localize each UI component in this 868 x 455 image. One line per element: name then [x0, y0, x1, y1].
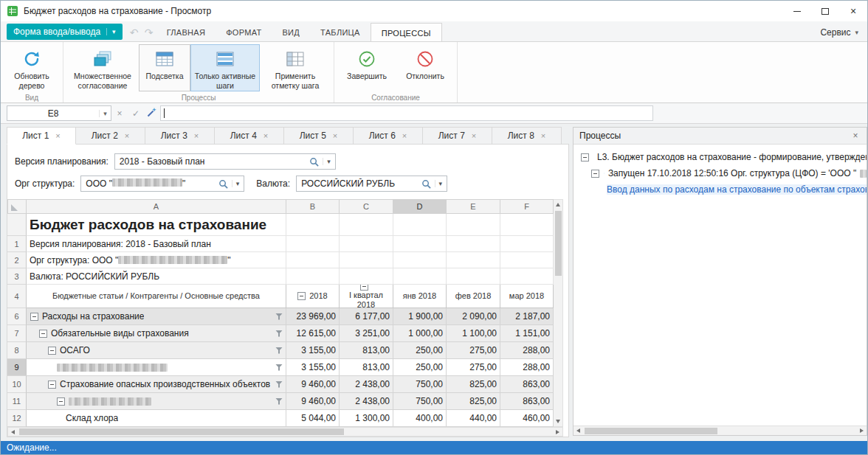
cell[interactable]: 863,00 [500, 393, 554, 410]
sheet-tab-8[interactable]: Лист 8× [492, 127, 562, 145]
cell[interactable]: 750,00 [393, 376, 447, 393]
row-header[interactable]: 12 [7, 410, 27, 427]
scroll-right-icon[interactable] [553, 427, 562, 437]
select-all-corner[interactable] [7, 199, 27, 214]
collapse-icon[interactable] [297, 292, 306, 300]
minimize-button[interactable] [783, 1, 811, 21]
cell[interactable]: 813,00 [340, 342, 393, 359]
formula-input[interactable] [160, 105, 653, 121]
scroll-left-icon[interactable] [8, 427, 18, 437]
cell[interactable]: 275,00 [447, 359, 500, 376]
redo-button[interactable]: ↷ [142, 27, 156, 38]
refresh-tree-button[interactable]: Обновить дерево [4, 44, 60, 91]
active-steps-only-button[interactable]: Только активные шаги [190, 44, 260, 91]
cell[interactable]: 813,00 [340, 359, 393, 376]
cell[interactable]: Обязательные виды страхования [27, 325, 286, 342]
cell[interactable]: 2 187,00 [500, 308, 554, 325]
cell[interactable] [286, 252, 340, 268]
row-header[interactable]: 10 [7, 376, 27, 393]
cell[interactable]: 1 300,00 [340, 410, 393, 427]
highlight-button[interactable]: Подсветка [139, 44, 190, 91]
tree-item[interactable]: L3. Бюджет расходов на страхование - фор… [574, 149, 867, 165]
sheet-tab-2[interactable]: Лист 2× [76, 127, 145, 145]
sheet-tab-3[interactable]: Лист 3× [145, 127, 215, 145]
scroll-thumb[interactable] [555, 211, 562, 276]
close-icon[interactable]: × [125, 131, 129, 140]
cell[interactable]: 3 155,00 [286, 359, 340, 376]
cell[interactable] [340, 236, 393, 252]
currency-combobox[interactable]: РОССИЙСКИЙ РУБЛЬ ▾ [296, 176, 447, 192]
cell[interactable] [340, 252, 393, 268]
cell[interactable]: 825,00 [447, 393, 500, 410]
multi-approve-button[interactable]: Множественное согласование [66, 44, 139, 91]
row-header[interactable]: 3 [7, 268, 27, 285]
cell[interactable]: 250,00 [393, 342, 447, 359]
cell[interactable]: 2018 [286, 285, 340, 308]
cell[interactable]: 5 044,00 [286, 410, 340, 427]
cell[interactable]: 12 615,00 [286, 325, 340, 342]
tab-vid[interactable]: ВИД [272, 24, 310, 41]
scroll-thumb[interactable] [585, 428, 717, 434]
scroll-left-icon[interactable] [574, 426, 583, 436]
collapse-icon[interactable] [57, 397, 65, 406]
sheet-tab-5[interactable]: Лист 5× [284, 127, 354, 145]
cell[interactable]: 288,00 [500, 359, 554, 376]
chevron-down-icon[interactable]: ▾ [435, 180, 444, 187]
cell[interactable]: I квартал 2018 [340, 285, 393, 308]
cell[interactable]: 3 251,00 [340, 325, 393, 342]
cell[interactable] [27, 393, 286, 410]
tree-item[interactable]: Запущен 17.10.2018 12:50:16 Орг. структу… [574, 165, 867, 181]
cell[interactable]: 1 000,00 [393, 325, 447, 342]
scroll-thumb[interactable] [19, 428, 344, 435]
filter-icon[interactable] [275, 364, 283, 371]
cell[interactable]: 9 460,00 [286, 376, 340, 393]
cell[interactable]: 400,00 [393, 410, 447, 427]
sheet-tab-6[interactable]: Лист 6× [354, 127, 423, 145]
cell[interactable]: 2 438,00 [340, 376, 393, 393]
sheet-tab-4[interactable]: Лист 4× [215, 127, 284, 145]
filter-icon[interactable] [275, 398, 283, 405]
cell[interactable] [340, 268, 393, 285]
scroll-up-icon[interactable] [554, 200, 563, 209]
cell[interactable] [27, 359, 286, 376]
row-header[interactable] [7, 214, 27, 236]
cell[interactable] [500, 236, 554, 252]
row-header[interactable]: 1 [7, 236, 27, 252]
cell[interactable]: 9 460,00 [286, 393, 340, 410]
cell[interactable] [286, 214, 340, 236]
cell[interactable]: 1 900,00 [393, 308, 447, 325]
row-header[interactable]: 8 [7, 342, 27, 359]
cell[interactable] [447, 268, 500, 285]
close-icon[interactable]: × [194, 131, 199, 140]
cell[interactable]: Страхование опасных производственных объ… [27, 376, 286, 393]
collapse-icon[interactable] [39, 330, 47, 338]
cell[interactable] [393, 252, 447, 268]
cell[interactable] [393, 268, 447, 285]
cell[interactable]: Орг структура: ООО "" [27, 252, 286, 268]
filter-icon[interactable] [275, 313, 283, 320]
row-header[interactable]: 4 [7, 285, 27, 308]
reject-button[interactable]: Отклонить [396, 44, 454, 91]
cell[interactable]: мар 2018 [500, 285, 554, 308]
scroll-right-icon[interactable] [857, 426, 867, 436]
cell[interactable] [447, 214, 500, 236]
row-header[interactable]: 2 [7, 252, 27, 268]
cell[interactable]: Версия планирования: 2018 - Базовый план [27, 236, 286, 252]
close-icon[interactable]: × [55, 131, 60, 140]
cell[interactable]: Валюта: РОССИЙСКИЙ РУБЛЬ [27, 268, 286, 285]
cell[interactable]: 750,00 [393, 393, 447, 410]
filter-icon[interactable] [275, 381, 283, 388]
h-scrollbar[interactable] [574, 426, 867, 435]
grid-title-cell[interactable]: Бюджет расходов на страхование [27, 214, 286, 236]
chevron-down-icon[interactable]: ▾ [232, 180, 241, 187]
col-header-e[interactable]: E [447, 199, 500, 214]
cell[interactable]: 3 155,00 [286, 342, 340, 359]
cell[interactable]: Расходы на страхование [27, 308, 286, 325]
cell[interactable] [500, 268, 554, 285]
h-scrollbar[interactable] [7, 427, 563, 437]
collapse-icon[interactable] [30, 313, 38, 321]
cell[interactable]: 2 090,00 [447, 308, 500, 325]
cell[interactable]: ОСАГО [27, 342, 286, 359]
collapse-icon[interactable] [360, 285, 368, 291]
row-header[interactable]: 7 [7, 325, 27, 342]
